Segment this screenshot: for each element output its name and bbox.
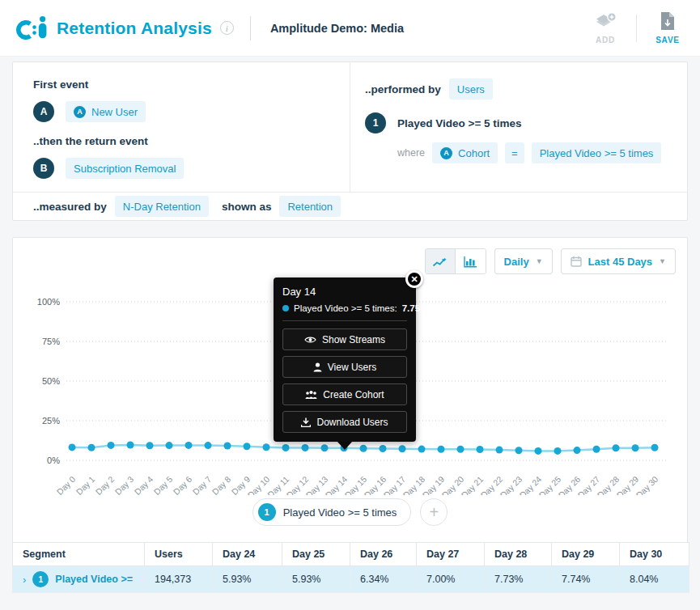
top-bar: Retention Analysis i Amplitude Demo: Med… <box>0 0 700 57</box>
where-row: where A Cohort = Played Video >= 5 times <box>397 142 687 163</box>
data-point-28[interactable] <box>613 444 620 451</box>
add-series-button[interactable]: + <box>420 498 448 526</box>
legend-series-pill[interactable]: 1 Played Video >= 5 times <box>252 498 412 526</box>
segment-row: 1 Played Video >= 5 times <box>365 112 687 133</box>
data-point-25[interactable] <box>554 447 562 455</box>
download-users-button[interactable]: Download Users <box>282 411 407 433</box>
legend-series-badge: 1 <box>258 503 276 521</box>
x-axis-tick: Day 3 <box>113 474 136 495</box>
create-cohort-button[interactable]: Create Cohort <box>282 383 407 405</box>
data-point-4[interactable] <box>146 442 154 449</box>
bar-chart-icon <box>464 256 477 268</box>
col-day30: Day 30 <box>620 543 689 566</box>
cohort-icon: A <box>440 147 452 159</box>
y-axis-tick: 75% <box>42 337 60 346</box>
page-title: Retention Analysis <box>57 19 212 38</box>
day25-cell[interactable]: 5.93% <box>282 566 350 593</box>
row-segment-name[interactable]: Played Video >= 5 t... <box>55 574 134 585</box>
shown-as-label: shown as <box>222 201 272 213</box>
data-point-9[interactable] <box>244 443 251 450</box>
segment-name: Played Video >= 5 times <box>397 117 522 129</box>
show-streams-button[interactable]: Show Streams <box>282 328 407 350</box>
data-point-3[interactable] <box>127 442 134 449</box>
performed-by-pill[interactable]: Users <box>449 78 493 100</box>
chart-type-toggle <box>425 248 486 274</box>
y-axis-tick: 0% <box>47 455 60 465</box>
shown-as-pill[interactable]: Retention <box>279 196 341 217</box>
chevron-down-icon: ▼ <box>659 257 666 265</box>
data-point-29[interactable] <box>632 444 639 451</box>
segment-badge: 1 <box>365 112 386 133</box>
measured-by-label: ..measured by <box>33 201 107 213</box>
expand-row-icon[interactable]: › <box>23 574 26 586</box>
performed-by-label: ..performed by <box>365 83 441 95</box>
data-point-21[interactable] <box>477 446 484 453</box>
data-point-23[interactable] <box>515 447 523 454</box>
save-button[interactable]: SAVE <box>650 11 685 44</box>
tooltip-title: Day 14 <box>282 286 407 298</box>
x-axis-tick: Day 4 <box>133 474 155 495</box>
event-a-pill[interactable]: A New User <box>66 101 146 122</box>
day26-cell[interactable]: 6.34% <box>350 566 417 593</box>
actions-divider <box>636 15 637 42</box>
tooltip-box: ✕ Day 14 Played Video >= 5 times: 7.75% … <box>274 277 416 442</box>
data-point-0[interactable] <box>69 443 76 451</box>
data-point-24[interactable] <box>535 447 542 455</box>
interval-dropdown[interactable]: Daily ▼ <box>494 248 553 274</box>
data-point-27[interactable] <box>593 446 600 453</box>
data-point-8[interactable] <box>224 443 231 450</box>
save-document-icon <box>660 11 675 31</box>
measured-by-pill[interactable]: N-Day Retention <box>115 196 209 217</box>
calendar-icon <box>571 256 582 267</box>
event-b-pill[interactable]: Subscription Removal <box>66 158 184 179</box>
col-segment: Segment <box>13 543 145 566</box>
day27-cell[interactable]: 7.00% <box>417 566 485 593</box>
legend-row: 1 Played Video >= 5 times + <box>13 498 687 526</box>
view-users-button[interactable]: View Users <box>282 356 407 378</box>
where-operator-pill[interactable]: = <box>505 142 524 163</box>
col-users: Users <box>145 543 213 566</box>
data-point-26[interactable] <box>574 447 581 454</box>
data-point-20[interactable] <box>457 446 465 453</box>
download-users-label: Download Users <box>316 417 388 428</box>
data-point-10[interactable] <box>263 443 270 451</box>
where-operator: = <box>511 147 518 159</box>
event-row-a: A A New User <box>33 101 350 122</box>
date-range-dropdown[interactable]: Last 45 Days ▼ <box>561 248 676 274</box>
tooltip-close-button[interactable]: ✕ <box>405 270 423 288</box>
data-point-2[interactable] <box>108 442 115 449</box>
data-point-7[interactable] <box>205 442 212 449</box>
person-icon <box>313 362 322 372</box>
data-point-18[interactable] <box>418 446 426 453</box>
day30-cell[interactable]: 8.04% <box>620 566 689 593</box>
line-chart-toggle[interactable] <box>426 249 456 273</box>
data-point-6[interactable] <box>185 442 193 449</box>
workspace-name: Amplitude Demo: Media <box>270 22 404 35</box>
y-axis-tick: 25% <box>42 416 60 426</box>
data-point-22[interactable] <box>496 447 503 454</box>
event-a-badge: A <box>33 101 54 122</box>
info-icon[interactable]: i <box>220 21 234 35</box>
where-property-pill[interactable]: A Cohort <box>432 142 498 163</box>
topbar-actions: ADD SAVE <box>588 11 685 44</box>
day29-cell[interactable]: 7.74% <box>552 566 620 593</box>
data-point-5[interactable] <box>166 442 173 449</box>
view-users-label: View Users <box>328 362 376 373</box>
add-button[interactable]: ADD <box>588 11 623 44</box>
save-button-label: SAVE <box>655 36 680 44</box>
events-column: First event A A New User ..then the retu… <box>13 62 350 192</box>
bar-chart-toggle[interactable] <box>456 249 486 273</box>
where-value: Played Video >= 5 times <box>540 147 654 159</box>
day28-cell[interactable]: 7.73% <box>485 566 552 593</box>
event-row-b: B Subscription Removal <box>33 158 350 179</box>
group-icon <box>305 390 317 400</box>
data-point-30[interactable] <box>651 444 659 451</box>
y-axis-tick: 50% <box>42 376 60 386</box>
tooltip-series-label: Played Video >= 5 times: <box>294 303 397 313</box>
data-point-1[interactable] <box>88 444 95 451</box>
where-value-pill[interactable]: Played Video >= 5 times <box>532 142 662 163</box>
chart-panel: Daily ▼ Last 45 Days ▼ 100%75%50%25%0%Da… <box>12 237 688 591</box>
data-point-19[interactable] <box>438 446 445 453</box>
chevron-down-icon: ▼ <box>536 257 543 265</box>
day24-cell[interactable]: 5.93% <box>213 566 282 593</box>
